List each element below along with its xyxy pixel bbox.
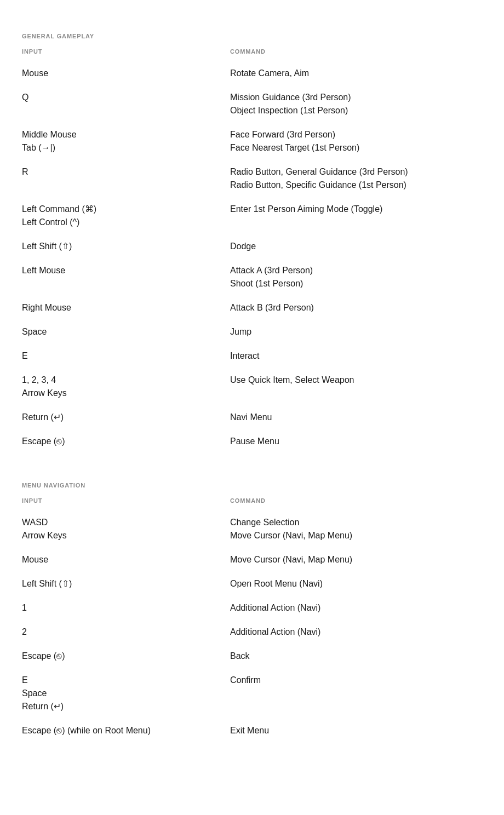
table-row: MouseMove Cursor (Navi, Map Menu) bbox=[22, 548, 482, 572]
table-row: Left Shift (⇧)Open Root Menu (Navi) bbox=[22, 572, 482, 596]
input-cell: R bbox=[22, 165, 230, 179]
command-cell: Rotate Camera, Aim bbox=[230, 67, 482, 80]
col-command-general-gameplay: COMMAND bbox=[230, 48, 482, 55]
col-command-menu-navigation: COMMAND bbox=[230, 497, 482, 504]
table-row: Right MouseAttack B (3rd Person) bbox=[22, 296, 482, 320]
input-cell: Escape (⎋) (while on Root Menu) bbox=[22, 724, 230, 737]
command-cell: Attack B (3rd Person) bbox=[230, 301, 482, 314]
command-cell: Use Quick Item, Select Weapon bbox=[230, 374, 482, 387]
keybind-table-menu-navigation: WASDArrow KeysChange SelectionMove Curso… bbox=[22, 510, 482, 743]
table-row: Left Command (⌘)Left Control (^)Enter 1s… bbox=[22, 197, 482, 234]
command-cell: Open Root Menu (Navi) bbox=[230, 577, 482, 590]
section-header-general-gameplay: GENERAL GAMEPLAY bbox=[22, 33, 482, 39]
table-row: MouseRotate Camera, Aim bbox=[22, 61, 482, 85]
table-row: Left MouseAttack A (3rd Person)Shoot (1s… bbox=[22, 259, 482, 296]
table-row: ESpaceReturn (↵)Confirm bbox=[22, 668, 482, 719]
table-row: RRadio Button, General Guidance (3rd Per… bbox=[22, 160, 482, 197]
column-headers-menu-navigation: INPUTCOMMAND bbox=[22, 497, 482, 504]
table-row: Middle MouseTab (→|)Face Forward (3rd Pe… bbox=[22, 123, 482, 160]
section-divider bbox=[22, 454, 482, 467]
input-cell: Mouse bbox=[22, 67, 230, 80]
col-input-menu-navigation: INPUT bbox=[22, 497, 230, 504]
input-cell: Escape (⎋) bbox=[22, 650, 230, 663]
input-cell: 1, 2, 3, 4Arrow Keys bbox=[22, 374, 230, 400]
input-cell: WASDArrow Keys bbox=[22, 516, 230, 542]
table-row: 1Additional Action (Navi) bbox=[22, 596, 482, 620]
input-cell: Left Shift (⇧) bbox=[22, 240, 230, 253]
table-row: Escape (⎋) (while on Root Menu)Exit Menu bbox=[22, 719, 482, 743]
command-cell: Enter 1st Person Aiming Mode (Toggle) bbox=[230, 203, 482, 216]
table-row: Escape (⎋)Pause Menu bbox=[22, 429, 482, 454]
command-cell: Confirm bbox=[230, 674, 482, 687]
command-cell: Jump bbox=[230, 325, 482, 338]
input-cell: 2 bbox=[22, 625, 230, 639]
input-cell: Return (↵) bbox=[22, 411, 230, 424]
input-cell: Middle MouseTab (→|) bbox=[22, 128, 230, 154]
input-cell: Left Command (⌘)Left Control (^) bbox=[22, 203, 230, 229]
command-cell: Navi Menu bbox=[230, 411, 482, 424]
table-row: Left Shift (⇧)Dodge bbox=[22, 234, 482, 259]
col-input-general-gameplay: INPUT bbox=[22, 48, 230, 55]
table-row: QMission Guidance (3rd Person)Object Ins… bbox=[22, 85, 482, 123]
command-cell: Additional Action (Navi) bbox=[230, 625, 482, 639]
command-cell: Exit Menu bbox=[230, 724, 482, 737]
command-cell: Additional Action (Navi) bbox=[230, 601, 482, 615]
table-row: Escape (⎋)Back bbox=[22, 644, 482, 668]
command-cell: Back bbox=[230, 650, 482, 663]
command-cell: Radio Button, General Guidance (3rd Pers… bbox=[230, 165, 482, 192]
column-headers-general-gameplay: INPUTCOMMAND bbox=[22, 48, 482, 55]
table-row: EInteract bbox=[22, 344, 482, 368]
command-cell: Face Forward (3rd Person)Face Nearest Ta… bbox=[230, 128, 482, 154]
command-cell: Mission Guidance (3rd Person)Object Insp… bbox=[230, 91, 482, 117]
command-cell: Attack A (3rd Person)Shoot (1st Person) bbox=[230, 264, 482, 290]
command-cell: Change SelectionMove Cursor (Navi, Map M… bbox=[230, 516, 482, 542]
keybind-table-general-gameplay: MouseRotate Camera, AimQMission Guidance… bbox=[22, 61, 482, 454]
input-cell: Left Shift (⇧) bbox=[22, 577, 230, 590]
command-cell: Move Cursor (Navi, Map Menu) bbox=[230, 553, 482, 566]
command-cell: Interact bbox=[230, 349, 482, 363]
command-cell: Dodge bbox=[230, 240, 482, 253]
input-cell: Space bbox=[22, 325, 230, 338]
input-cell: Left Mouse bbox=[22, 264, 230, 277]
section-header-menu-navigation: MENU NAVIGATION bbox=[22, 482, 482, 489]
input-cell: ESpaceReturn (↵) bbox=[22, 674, 230, 713]
input-cell: Right Mouse bbox=[22, 301, 230, 314]
table-row: Return (↵)Navi Menu bbox=[22, 405, 482, 429]
page-content: GENERAL GAMEPLAYINPUTCOMMANDMouseRotate … bbox=[22, 33, 482, 743]
table-row: 1, 2, 3, 4Arrow KeysUse Quick Item, Sele… bbox=[22, 368, 482, 405]
table-row: 2Additional Action (Navi) bbox=[22, 620, 482, 644]
input-cell: 1 bbox=[22, 601, 230, 615]
input-cell: Mouse bbox=[22, 553, 230, 566]
input-cell: Escape (⎋) bbox=[22, 435, 230, 448]
table-row: SpaceJump bbox=[22, 320, 482, 344]
input-cell: Q bbox=[22, 91, 230, 104]
input-cell: E bbox=[22, 349, 230, 363]
table-row: WASDArrow KeysChange SelectionMove Curso… bbox=[22, 510, 482, 548]
command-cell: Pause Menu bbox=[230, 435, 482, 448]
